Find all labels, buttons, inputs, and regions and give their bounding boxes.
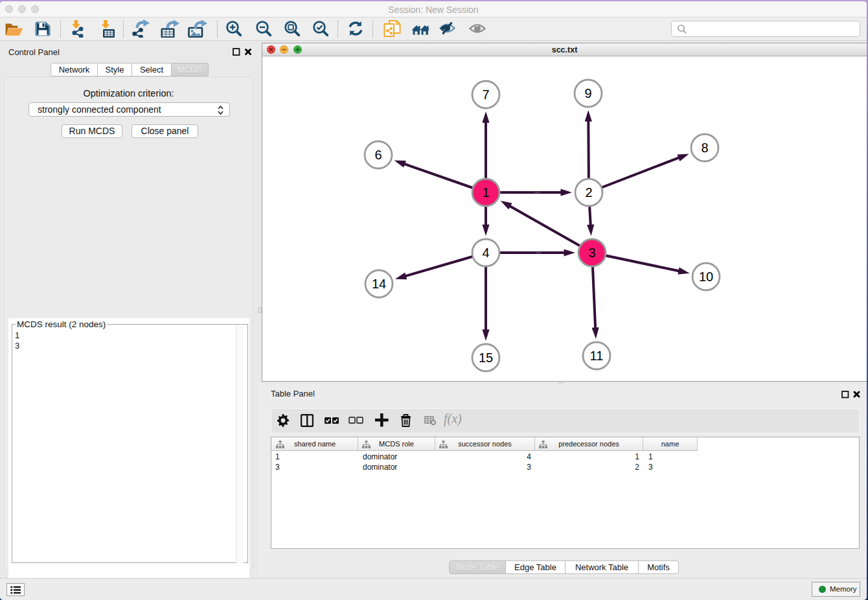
svg-text:14: 14 — [372, 277, 386, 291]
svg-text:1: 1 — [482, 185, 489, 200]
svg-text:15: 15 — [479, 351, 493, 365]
svg-text:8: 8 — [701, 141, 708, 155]
svg-text:6: 6 — [374, 148, 382, 162]
svg-text:f(x): f(x) — [444, 413, 462, 426]
svg-text:2: 2 — [585, 185, 592, 200]
svg-text:3: 3 — [588, 246, 595, 260]
svg-text:11: 11 — [590, 349, 604, 363]
svg-text:10: 10 — [699, 270, 713, 284]
svg-text:7: 7 — [482, 87, 489, 102]
svg-text:4: 4 — [482, 246, 489, 260]
svg-text:9: 9 — [584, 86, 591, 100]
